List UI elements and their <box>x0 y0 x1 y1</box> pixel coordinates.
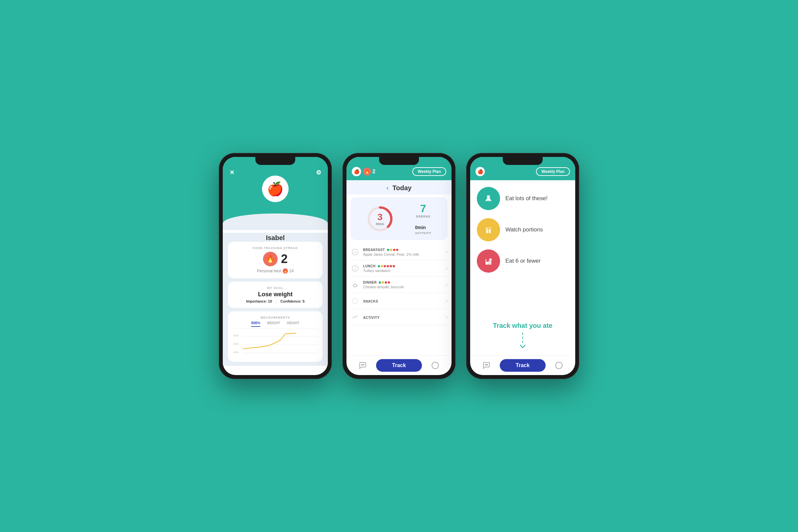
measurements-tabs: BMI% WEIGHT HEIGHT <box>233 321 317 328</box>
tip-row-reds: Eat 6 or fewer <box>477 249 569 273</box>
svg-point-8 <box>363 364 364 365</box>
breakfast-info: BREAKFAST Apple Jacks Cereal, Pear, 1% m… <box>363 248 446 256</box>
lunch-icon <box>350 264 360 273</box>
avatar-emoji: 🍎 <box>267 181 284 197</box>
streak-label: FOOD TRACKING STREAK <box>233 246 317 250</box>
svg-point-7 <box>362 364 363 365</box>
phone-2: 🍎 🔥 2 Weekly Plan ‹ Today <box>342 153 456 379</box>
reds-inner: 3 REDS <box>376 212 384 226</box>
tab-weight[interactable]: WEIGHT <box>267 321 280 327</box>
svg-marker-26 <box>557 364 560 367</box>
tip-icon-greens <box>477 187 500 210</box>
weekly-plan-button-3[interactable]: Weekly Plan <box>536 167 570 176</box>
activity-arrow: › <box>446 314 448 320</box>
track-title: Track what you ate <box>477 322 569 329</box>
svg-point-5 <box>353 298 358 304</box>
phone-2-screen: 🍎 🔥 2 Weekly Plan ‹ Today <box>346 157 452 375</box>
svg-point-24 <box>487 364 488 365</box>
close-icon[interactable]: ✕ <box>229 169 234 176</box>
chart-label-80: 80% <box>233 334 239 337</box>
header-left: 🍎 🔥 2 <box>352 167 375 176</box>
meal-item-dinner[interactable]: DINNER Chicken teriyaki, broccoli › <box>350 277 448 293</box>
today-nav: ‹ Today <box>346 180 452 194</box>
meal-item-activity[interactable]: ACTIVITY › <box>350 309 448 325</box>
track-section: Track what you ate <box>477 322 569 352</box>
svg-point-20 <box>489 258 492 261</box>
chart-label-40: 40% <box>233 351 239 354</box>
svg-point-22 <box>485 364 486 365</box>
svg-point-25 <box>556 362 562 369</box>
flame-small-icon: 🔥 <box>283 268 288 274</box>
dinner-dots <box>379 281 390 284</box>
settings-icon[interactable]: ⚙ <box>316 169 321 176</box>
svg-point-13 <box>483 225 494 235</box>
goal-sub: Importance: 10 Confidence: 5 <box>233 299 317 303</box>
chart-area: 80% 60% 40% <box>233 330 317 357</box>
reds-circle: 3 REDS <box>367 206 393 232</box>
chat-icon[interactable] <box>357 359 369 372</box>
dinner-name: DINNER <box>363 281 377 284</box>
dinner-icon <box>350 280 360 289</box>
lunch-arrow: › <box>446 265 448 271</box>
track-button-3[interactable]: Track <box>500 359 546 372</box>
breakfast-dots <box>387 249 398 251</box>
svg-point-16 <box>486 228 488 231</box>
header-wave <box>223 213 328 230</box>
phone-1-screen: ✕ ⚙ 🍎 Isabel FOOD TRACKING STREAK 🔥 <box>223 157 328 375</box>
svg-rect-15 <box>489 229 491 233</box>
apple-icon-3: 🍎 <box>475 167 485 176</box>
stats-card: 3 REDS 7 GREENS 0min ACTIVITY <box>350 197 448 240</box>
greens-label: GREENS <box>415 215 431 218</box>
chat-icon-3[interactable] <box>480 359 492 372</box>
tip-icon-reds <box>477 249 500 273</box>
weekly-plan-button[interactable]: Weekly Plan <box>412 167 446 176</box>
dinner-arrow: › <box>446 282 448 288</box>
breakfast-name: BREAKFAST <box>363 248 385 252</box>
tip-row-greens: Eat lots of these! <box>477 187 569 210</box>
svg-point-23 <box>486 364 487 365</box>
today-title: Today <box>392 184 411 192</box>
measurements-card: MEASUREMENTS BMI% WEIGHT HEIGHT 80% 60% … <box>228 311 323 362</box>
goal-label: MY GOAL <box>233 286 317 290</box>
tab-height[interactable]: HEIGHT <box>287 321 300 327</box>
phone2-footer: Track <box>346 356 452 375</box>
goal-card: MY GOAL Lose weight Importance: 10 Confi… <box>228 282 323 308</box>
svg-point-6 <box>361 364 362 365</box>
lunch-desc: Turkey sandwich <box>363 269 446 273</box>
svg-point-17 <box>483 256 494 266</box>
greens-stat: 7 GREENS <box>415 203 431 218</box>
phone1-content: FOOD TRACKING STREAK 🔥 2 Personal best 🔥… <box>223 242 328 366</box>
tip-icon-portions <box>477 218 500 241</box>
streak-row: 🔥 2 <box>233 252 317 266</box>
activity-name: ACTIVITY <box>363 316 380 320</box>
tip-text-reds: Eat 6 or fewer <box>506 258 540 264</box>
tip-text-greens: Eat lots of these! <box>506 195 548 202</box>
phone1-header: ✕ ⚙ 🍎 <box>223 157 328 230</box>
stats-right: 7 GREENS 0min ACTIVITY <box>415 203 431 235</box>
flame-icon: 🔥 <box>263 252 278 266</box>
track-button[interactable]: Track <box>376 359 422 372</box>
activity-stat: 0min ACTIVITY <box>415 221 431 235</box>
phone-1: ✕ ⚙ 🍎 Isabel FOOD TRACKING STREAK 🔥 <box>219 153 332 379</box>
meal-item-lunch[interactable]: LUNCH Turkey sandwich <box>350 260 448 277</box>
svg-point-12 <box>487 195 490 198</box>
apple-icon: 🍎 <box>352 167 361 176</box>
svg-marker-10 <box>434 364 437 367</box>
phone-3: 🍎 Weekly Plan Eat lots of these! <box>466 153 579 379</box>
down-arrow <box>477 332 569 349</box>
compass-icon[interactable] <box>429 359 441 372</box>
notch-2 <box>379 157 419 165</box>
chart-label-60: 60% <box>233 342 239 345</box>
compass-icon-3[interactable] <box>553 359 565 372</box>
meal-item-breakfast[interactable]: BREAKFAST Apple Jacks Cereal, Pear, 1% m… <box>350 244 448 260</box>
phone3-content: Eat lots of these! Watch portions <box>470 180 575 356</box>
tab-bmi[interactable]: BMI% <box>251 321 260 327</box>
phone1-header-icons: ✕ ⚙ <box>223 169 328 176</box>
back-arrow[interactable]: ‹ <box>386 185 388 191</box>
svg-rect-18 <box>486 262 488 265</box>
activity-icon <box>350 312 360 322</box>
tip-text-portions: Watch portions <box>506 226 543 233</box>
meal-item-snacks[interactable]: SNACKS › <box>350 293 448 309</box>
username: Isabel <box>223 233 328 242</box>
measurements-label: MEASUREMENTS <box>233 316 317 319</box>
